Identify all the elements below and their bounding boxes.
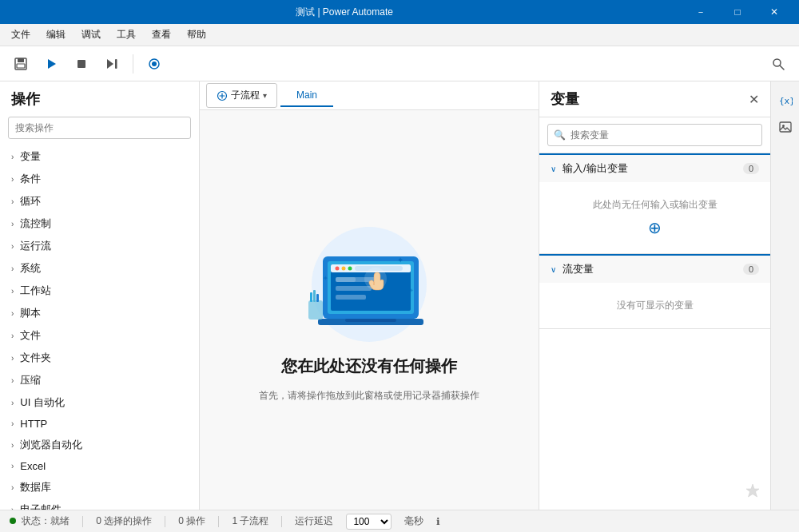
menu-edit[interactable]: 编辑 xyxy=(38,25,74,45)
flow-variables-header[interactable]: ∨ 流变量 0 xyxy=(539,254,770,283)
actions-search-input[interactable] xyxy=(8,117,191,139)
sidebar-item-conditions[interactable]: ›条件 xyxy=(0,168,199,190)
sidebar-item-http[interactable]: ›HTTP xyxy=(0,414,199,434)
delay-unit-label: 毫秒 xyxy=(404,514,423,528)
canvas-tabs: 子流程 ▾ Main xyxy=(200,81,539,110)
menu-bar: 文件 编辑 调试 工具 查看 帮助 xyxy=(0,24,799,46)
svg-line-10 xyxy=(780,66,784,69)
chevron-right-icon: › xyxy=(11,242,14,251)
stop-button[interactable] xyxy=(69,51,94,77)
empty-state-desc: 首先，请将操作拖放到此窗格或使用记录器捕获操作 xyxy=(259,388,479,403)
images-icon-button[interactable] xyxy=(773,115,797,139)
svg-text:✦: ✦ xyxy=(323,275,328,282)
step-button[interactable] xyxy=(99,51,125,77)
status-divider-1 xyxy=(82,516,83,527)
add-io-variable-button[interactable]: ⊕ xyxy=(551,218,759,237)
sidebar-item-run-flow[interactable]: ›运行流 xyxy=(0,235,199,257)
sidebar-item-file[interactable]: ›文件 xyxy=(0,324,199,347)
actions-panel: 操作 ›变量 ›条件 ›循环 ›流控制 ›运行流 ›系统 ›工作站 ›脚本 ›文… xyxy=(0,81,200,510)
toolbar-divider xyxy=(133,54,133,73)
chevron-right-icon: › xyxy=(11,354,14,363)
menu-view[interactable]: 查看 xyxy=(144,25,179,45)
io-variables-empty-text: 此处尚无任何输入或输出变量 xyxy=(551,198,759,212)
variables-icon-button[interactable]: {x} xyxy=(773,88,797,112)
run-delay-label: 运行延迟 xyxy=(295,514,333,528)
sidebar-item-database[interactable]: ›数据库 xyxy=(0,476,199,498)
sidebar-item-ui-automation[interactable]: ›UI 自动化 xyxy=(0,391,199,414)
svg-marker-5 xyxy=(107,59,113,69)
variables-close-button[interactable]: ✕ xyxy=(749,92,759,107)
menu-help[interactable]: 帮助 xyxy=(179,25,214,45)
variables-search-input[interactable] xyxy=(547,124,762,146)
chevron-right-icon: › xyxy=(11,441,14,450)
maximize-button[interactable]: □ xyxy=(719,0,756,24)
chevron-right-icon: › xyxy=(11,506,14,510)
svg-text:{x}: {x} xyxy=(779,96,793,106)
svg-rect-6 xyxy=(115,59,117,69)
sidebar-item-workstation[interactable]: ›工作站 xyxy=(0,280,199,302)
sidebar-item-variables[interactable]: ›变量 xyxy=(0,145,199,168)
variables-title: 变量 xyxy=(551,89,749,109)
sidebar-item-system[interactable]: ›系统 xyxy=(0,257,199,280)
actions-list: ›变量 ›条件 ›循环 ›流控制 ›运行流 ›系统 ›工作站 ›脚本 ›文件 ›… xyxy=(0,145,199,510)
svg-rect-1 xyxy=(18,58,24,62)
variables-panel: 变量 ✕ 🔍 ∨ 输入/输出变量 0 此处尚无任何输入或输出变量 ⊕ ∨ xyxy=(539,81,770,510)
svg-rect-34 xyxy=(316,294,319,302)
subflow-tab[interactable]: 子流程 ▾ xyxy=(206,83,277,108)
menu-tools[interactable]: 工具 xyxy=(109,25,144,45)
status-dot xyxy=(10,518,16,524)
svg-rect-22 xyxy=(336,277,356,282)
sidebar-item-flow-control[interactable]: ›流控制 xyxy=(0,212,199,235)
watermark-icon xyxy=(743,482,762,502)
title-bar: 测试 | Power Automate － □ ✕ xyxy=(0,0,799,24)
svg-rect-24 xyxy=(336,295,366,300)
variables-panel-footer xyxy=(539,329,770,510)
svg-marker-3 xyxy=(48,59,56,69)
svg-rect-23 xyxy=(336,286,372,291)
run-button[interactable] xyxy=(38,51,64,77)
sidebar-item-excel[interactable]: ›Excel xyxy=(0,456,199,476)
chevron-right-icon: › xyxy=(11,153,14,161)
status-divider-4 xyxy=(281,516,282,527)
sidebar-item-scripting[interactable]: ›脚本 xyxy=(0,302,199,324)
empty-state-title: 您在此处还没有任何操作 xyxy=(281,355,457,377)
sidebar-item-compression[interactable]: ›压缩 xyxy=(0,369,199,391)
chevron-down-icon: ∨ xyxy=(551,265,556,274)
subflow-label: 子流程 xyxy=(231,89,260,102)
record-button[interactable] xyxy=(141,51,167,77)
chevron-right-icon: › xyxy=(11,309,14,318)
status-indicator: 状态：就绪 xyxy=(10,514,70,528)
status-text: 状态：就绪 xyxy=(22,515,70,526)
sidebar-item-loops[interactable]: ›循环 xyxy=(0,190,199,212)
run-delay-select[interactable]: 100 200 500 1000 xyxy=(346,514,392,530)
menu-file[interactable]: 文件 xyxy=(3,25,38,45)
minimize-button[interactable]: － xyxy=(682,0,719,24)
main-tab[interactable]: Main xyxy=(280,85,333,107)
io-variables-section: ∨ 输入/输出变量 0 此处尚无任何输入或输出变量 ⊕ xyxy=(539,153,770,254)
chevron-right-icon: › xyxy=(11,197,14,206)
svg-rect-33 xyxy=(313,290,316,302)
selected-actions-count: 0 选择的操作 xyxy=(96,514,152,528)
subflows-count: 1 子流程 xyxy=(232,514,268,528)
flow-variables-empty-text: 没有可显示的变量 xyxy=(551,299,759,312)
io-variables-header[interactable]: ∨ 输入/输出变量 0 xyxy=(539,153,770,182)
save-button[interactable] xyxy=(8,51,34,77)
chevron-down-icon: ∨ xyxy=(551,165,556,173)
io-variables-count: 0 xyxy=(743,163,759,174)
actions-search-wrapper xyxy=(0,113,199,145)
svg-text:✦: ✦ xyxy=(397,256,403,264)
search-button[interactable] xyxy=(765,51,791,77)
svg-point-8 xyxy=(152,62,157,66)
chevron-right-icon: › xyxy=(11,483,14,492)
io-variables-content: 此处尚无任何输入或输出变量 ⊕ xyxy=(539,182,770,253)
svg-point-19 xyxy=(348,266,352,270)
sidebar-item-folder[interactable]: ›文件夹 xyxy=(0,347,199,369)
sidebar-item-email[interactable]: ›电子邮件 xyxy=(0,498,199,510)
info-icon: ℹ xyxy=(436,516,440,527)
menu-debug[interactable]: 调试 xyxy=(74,25,109,45)
close-button[interactable]: ✕ xyxy=(756,0,793,24)
empty-state-illustration: ✦ ✦ ✦ xyxy=(281,216,457,344)
actions-title: 操作 xyxy=(0,81,199,113)
svg-rect-27 xyxy=(345,319,396,322)
sidebar-item-browser-automation[interactable]: ›浏览器自动化 xyxy=(0,434,199,456)
